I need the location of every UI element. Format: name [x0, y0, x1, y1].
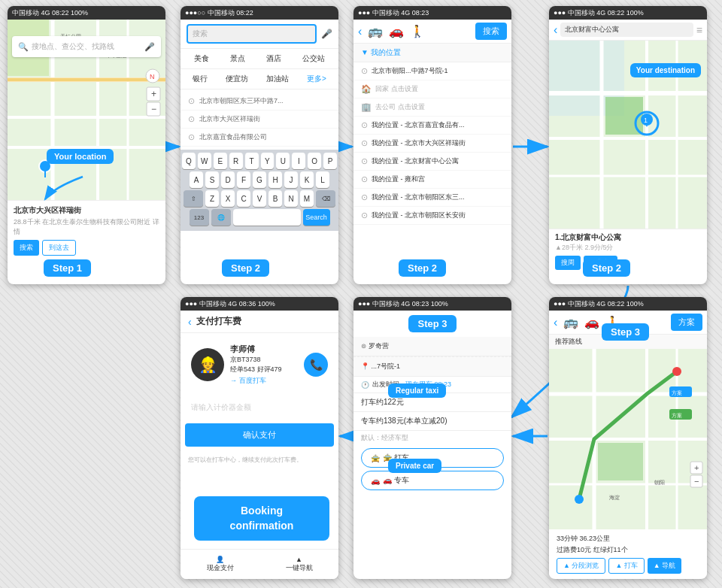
- phone7-taxi-btn[interactable]: ▲ 打车: [608, 558, 644, 574]
- phone5-nav-btn[interactable]: ▲ 一键导航: [259, 550, 338, 579]
- tab-walk-icon[interactable]: 🚶: [410, 24, 425, 38]
- key-k[interactable]: K: [300, 171, 314, 188]
- svg-text:朝阳: 朝阳: [654, 480, 665, 485]
- private-car-callout: Private car: [388, 459, 441, 473]
- key-n[interactable]: N: [284, 190, 298, 207]
- cat-more[interactable]: 更多>: [307, 74, 326, 84]
- phone5-confirm-btn[interactable]: 确认支付: [185, 423, 334, 447]
- key-globe[interactable]: 🌐: [211, 209, 231, 226]
- phone3-loc-6[interactable]: ⊙ 我的位置 - 北京市朝阳区长安街: [353, 207, 511, 225]
- phone1-go-btn[interactable]: 到这去: [42, 240, 76, 256]
- phone3-screen: ●●● 中国移动 4G 08:23 ‹ 🚌 🚗 🚶 搜索 ▼ 我的位置 ⊙ 北京…: [353, 6, 511, 284]
- phone3-loc-4[interactable]: ⊙ 我的位置 - 雍和宫: [353, 171, 511, 189]
- key-o[interactable]: O: [308, 153, 321, 169]
- phone7-segment-btn[interactable]: ▲ 分段浏览: [557, 558, 605, 574]
- back-icon[interactable]: ‹: [358, 25, 362, 38]
- key-j[interactable]: J: [284, 171, 298, 188]
- phone1-search-btn[interactable]: 搜索: [14, 240, 39, 256]
- cat-sight[interactable]: 景点: [230, 53, 245, 64]
- step2-1-label: Step 2: [222, 259, 269, 277]
- phone2-search-input[interactable]: 搜索: [187, 24, 317, 44]
- phone4-list-icon[interactable]: ≡: [696, 24, 702, 36]
- phone2-recent-searches: 北京市朝阳区东三环中路7... 北京市大兴区祥瑞街 北京嘉宜食品有限公司: [180, 89, 338, 150]
- phone3-home[interactable]: 🏠 回家 点击设置: [353, 80, 511, 99]
- phone3-loc-2[interactable]: ⊙ 我的位置 - 北京市大兴区祥瑞街: [353, 135, 511, 153]
- phone6-private-btn[interactable]: 🚗 🚗 专车: [361, 471, 504, 490]
- svg-point-49: [672, 367, 681, 376]
- recent-item-3[interactable]: 北京嘉宜食品有限公司: [180, 129, 338, 147]
- phone1-status-text: 中国移动 4G 08:22 100%: [12, 8, 88, 18]
- key-f[interactable]: F: [237, 171, 250, 188]
- key-m[interactable]: M: [300, 190, 314, 207]
- key-w[interactable]: W: [198, 153, 211, 169]
- phone7-back-icon[interactable]: ‹: [554, 316, 557, 329]
- svg-point-48: [575, 495, 584, 504]
- key-a[interactable]: A: [190, 171, 203, 188]
- key-r[interactable]: R: [229, 153, 243, 169]
- tab7-car-icon[interactable]: 🚗: [584, 315, 599, 329]
- phone5-back-icon[interactable]: ‹: [188, 316, 192, 328]
- step3-2-label: Step 3: [602, 323, 649, 341]
- phone1-location-name: 北京市大兴区祥瑞街: [14, 205, 159, 216]
- key-x[interactable]: X: [221, 190, 235, 207]
- key-g[interactable]: G: [253, 171, 266, 188]
- cat-gas[interactable]: 加油站: [266, 74, 289, 84]
- key-v[interactable]: V: [253, 190, 266, 207]
- cat-bank[interactable]: 银行: [193, 74, 208, 84]
- phone3-loc-3[interactable]: ⊙ 我的位置 - 北京财富中心公寓: [353, 153, 511, 171]
- phone1-search-text: 搜地点、查公交、找路线: [32, 41, 114, 52]
- your-location-callout: Your location: [47, 149, 114, 164]
- phone7-nav-btn[interactable]: ▲ 导航: [648, 558, 681, 574]
- key-i[interactable]: I: [292, 153, 305, 169]
- phone1-search-bar[interactable]: 🔍 搜地点、查公交、找路线 🎤: [12, 36, 161, 57]
- phone5-cash-btn[interactable]: 👤 现金支付: [180, 550, 259, 579]
- svg-text:N: N: [150, 73, 155, 80]
- key-d[interactable]: D: [221, 171, 235, 188]
- key-p[interactable]: P: [323, 153, 337, 169]
- cat-cheap[interactable]: 便宜坊: [226, 74, 248, 84]
- phone3-loc-1[interactable]: ⊙ 我的位置 - 北京百嘉宜食品有...: [353, 117, 511, 135]
- recent-item-1[interactable]: 北京市朝阳区东三环中路7...: [180, 92, 338, 111]
- cat-hotel[interactable]: 酒店: [266, 53, 281, 64]
- key-space[interactable]: [233, 209, 301, 226]
- phone3-current-loc[interactable]: ⊙ 北京市朝阳...中路7号院-1: [353, 62, 511, 80]
- key-q[interactable]: Q: [182, 153, 196, 169]
- key-e[interactable]: E: [214, 153, 227, 169]
- key-shift[interactable]: ⇧: [184, 190, 203, 207]
- step1-label: Step 1: [44, 259, 91, 277]
- phone2-status-bar: ●●●○○ 中国移动 08:22: [180, 6, 338, 20]
- phone6-route-from: ⊙ 罗奇营: [353, 337, 511, 356]
- call-driver-button[interactable]: 📞: [304, 353, 328, 377]
- phone4-nearby-btn[interactable]: 搜周: [555, 256, 581, 270]
- tab-car-icon[interactable]: 🚗: [389, 24, 404, 38]
- phone4-back-icon[interactable]: ‹: [554, 23, 557, 37]
- cat-food[interactable]: 美食: [194, 53, 209, 64]
- phone5-status-text: ●●● 中国移动 4G 08:36 100%: [185, 299, 275, 309]
- key-delete[interactable]: ⌫: [316, 190, 335, 207]
- svg-text:1: 1: [644, 117, 648, 124]
- phone3-search-btn[interactable]: 搜索: [475, 23, 507, 40]
- phone3-work[interactable]: 🏢 去公司 点击设置: [353, 99, 511, 117]
- key-s[interactable]: S: [205, 171, 219, 188]
- key-z[interactable]: Z: [205, 190, 219, 207]
- phone7-plan-btn[interactable]: 方案: [671, 314, 702, 331]
- phone5-amount-input[interactable]: 请输入计价器金额: [185, 396, 334, 419]
- loc5-icon: ⊙: [361, 192, 368, 202]
- recent-item-2[interactable]: 北京市大兴区祥瑞街: [180, 111, 338, 129]
- cat-bus[interactable]: 公交站: [302, 53, 325, 64]
- key-l[interactable]: L: [316, 171, 329, 188]
- key-u[interactable]: U: [276, 153, 290, 169]
- key-c[interactable]: C: [237, 190, 250, 207]
- phone4-search-row: ‹ 北京财富中心公寓 ≡: [549, 20, 707, 41]
- phone2-categories2: 银行 便宜坊 加油站 更多>: [180, 69, 338, 89]
- key-t[interactable]: T: [245, 153, 259, 169]
- tab7-bus-icon[interactable]: 🚌: [563, 315, 578, 329]
- phone3-loc-5[interactable]: ⊙ 我的位置 - 北京市朝阳区东三...: [353, 189, 511, 207]
- key-123[interactable]: 123: [190, 209, 209, 226]
- key-h[interactable]: H: [268, 171, 282, 188]
- phone4-search-input[interactable]: 北京财富中心公寓: [560, 23, 693, 37]
- key-b[interactable]: B: [268, 190, 282, 207]
- key-search[interactable]: Search: [303, 209, 330, 226]
- key-y[interactable]: Y: [261, 153, 275, 169]
- tab-bus-icon[interactable]: 🚌: [368, 24, 383, 38]
